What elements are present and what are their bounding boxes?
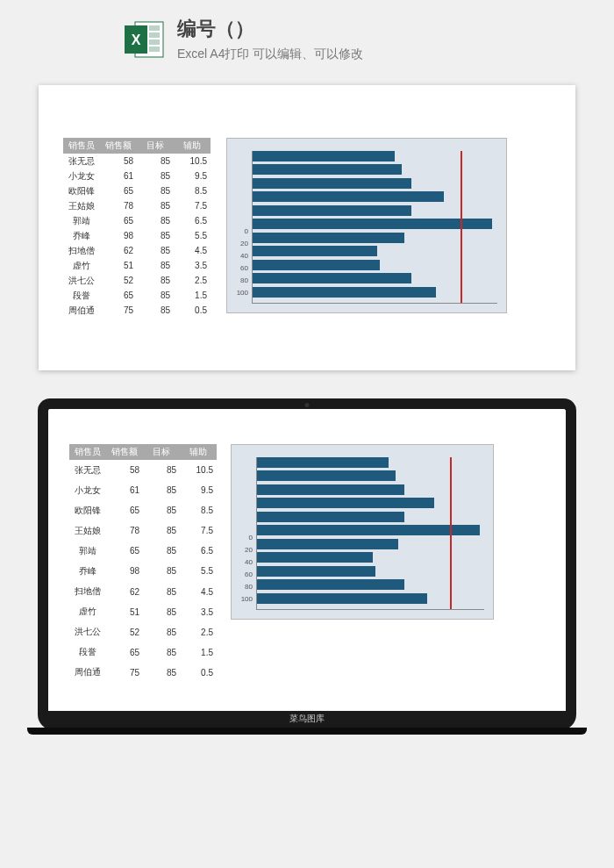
table-row: 王姑娘78857.5 <box>63 198 211 213</box>
table-row: 欧阳锋65858.5 <box>63 183 211 198</box>
svg-rect-4 <box>149 47 160 52</box>
svg-rect-3 <box>149 39 160 45</box>
chart-bar <box>257 552 373 563</box>
table-row: 郭靖65856.5 <box>63 213 211 228</box>
table-row: 洪七公52852.5 <box>63 273 211 288</box>
chart-bar <box>253 246 377 256</box>
svg-rect-1 <box>149 25 160 31</box>
table-header: 辅助 <box>174 138 211 154</box>
chart-bar <box>257 498 434 508</box>
table-row: 扫地僧62854.5 <box>69 581 217 601</box>
table-row: 张无忌588510.5 <box>69 460 217 480</box>
table-row: 段誉65851.5 <box>69 642 217 663</box>
chart-bar <box>253 233 404 243</box>
target-line <box>460 151 462 303</box>
chart-bar <box>253 273 411 283</box>
laptop-base: 菜鸟图库 <box>38 711 576 730</box>
table-header: 目标 <box>143 444 180 460</box>
chart-bar <box>253 178 411 189</box>
bar-chart: 020406080100 <box>226 138 507 313</box>
table-row: 段誉65851.5 <box>63 288 211 303</box>
target-line <box>450 457 452 609</box>
table-row: 欧阳锋65858.5 <box>69 500 217 520</box>
page-subtitle: Excel A4打印 可以编辑、可以修改 <box>177 47 363 62</box>
chart-bar <box>253 164 402 175</box>
chart-bar <box>257 512 404 522</box>
laptop-screen: 销售员销售额目标辅助 张无忌588510.5小龙女61859.5欧阳锋65858… <box>38 398 576 711</box>
table-header: 目标 <box>137 138 174 154</box>
table-row: 周伯通75850.5 <box>63 303 211 318</box>
chart-bar <box>257 566 375 577</box>
svg-text:X: X <box>132 32 141 47</box>
chart-bar <box>253 205 411 216</box>
bar-chart-laptop: 020406080100 <box>231 444 494 620</box>
table-row: 小龙女61859.5 <box>69 480 217 500</box>
chart-bar <box>257 593 427 604</box>
table-row: 乔峰98855.5 <box>69 561 217 581</box>
chart-bar <box>257 539 398 549</box>
table-row: 虚竹51853.5 <box>63 258 211 273</box>
preview-card: 销售员销售额目标辅助 张无忌588510.5小龙女61859.5欧阳锋65858… <box>39 85 575 370</box>
chart-bar <box>253 287 436 298</box>
table-row: 王姑娘78857.5 <box>69 520 217 541</box>
table-row: 郭靖65856.5 <box>69 541 217 561</box>
table-row: 乔峰98855.5 <box>63 228 211 243</box>
table-row: 小龙女61859.5 <box>63 169 211 183</box>
table-header: 销售额 <box>100 138 137 154</box>
table-row: 周伯通75850.5 <box>69 663 217 683</box>
page-title: 编号（） <box>177 16 363 42</box>
svg-rect-2 <box>149 32 160 38</box>
table-row: 扫地僧62854.5 <box>63 243 211 258</box>
chart-bar <box>257 484 404 495</box>
table-header: 销售额 <box>106 444 143 460</box>
table-header: 销售员 <box>69 444 106 460</box>
laptop-mockup: 销售员销售额目标辅助 张无忌588510.5小龙女61859.5欧阳锋65858… <box>38 398 576 730</box>
table-header: 辅助 <box>180 444 217 460</box>
sales-table-laptop: 销售员销售额目标辅助 张无忌588510.5小龙女61859.5欧阳锋65858… <box>69 444 217 683</box>
table-row: 洪七公52852.5 <box>69 622 217 642</box>
chart-bar <box>253 260 380 270</box>
watermark-text: 菜鸟图库 <box>289 714 325 723</box>
chart-bar <box>253 219 492 229</box>
chart-bar <box>257 470 396 481</box>
table-row: 虚竹51853.5 <box>69 602 217 622</box>
chart-bar <box>257 579 404 590</box>
page-header: X 编号（） Excel A4打印 可以编辑、可以修改 <box>0 0 614 75</box>
sales-table: 销售员销售额目标辅助 张无忌588510.5小龙女61859.5欧阳锋65858… <box>63 138 211 318</box>
chart-bar <box>253 191 444 202</box>
chart-bar <box>253 151 395 161</box>
table-row: 张无忌588510.5 <box>63 154 211 169</box>
chart-bar <box>257 457 389 468</box>
chart-bar <box>257 525 480 535</box>
table-header: 销售员 <box>63 138 100 154</box>
excel-icon: X <box>123 18 165 61</box>
